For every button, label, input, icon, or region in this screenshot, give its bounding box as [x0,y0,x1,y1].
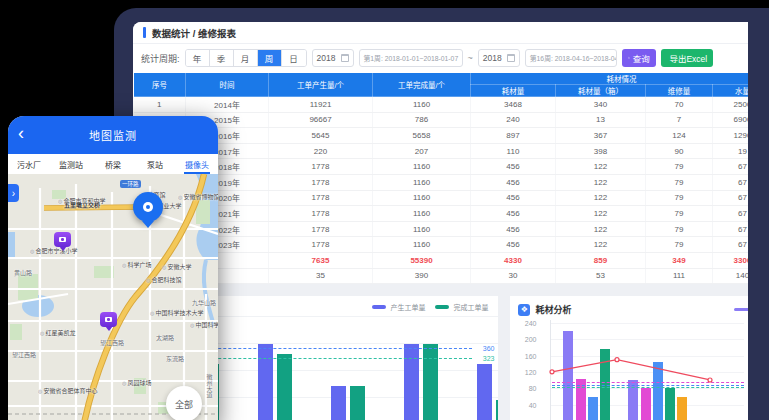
period-option-季[interactable]: 季 [210,50,234,66]
tab-桥梁[interactable]: 桥梁 [92,154,134,174]
period-option-日[interactable]: 日 [282,50,306,66]
camera-pin-icon[interactable] [100,312,117,327]
reference-line-label: 323 [483,355,495,362]
legend-swatch [372,305,386,309]
table-cell: 122 [556,237,646,253]
map-label: 东流路 [166,356,184,363]
table-row[interactable]: 82021年177811604561227967 [134,206,749,222]
column-header: 工单产生量/个 [269,73,373,97]
period-option-周[interactable]: 周 [258,50,282,66]
back-icon[interactable]: ‹ [18,124,24,142]
camera-lens-icon [105,317,112,322]
tab-摄像头[interactable]: 摄像头 [176,154,218,174]
table-cell: 1160 [373,221,471,237]
legend-item: 产生工单量 [372,302,425,312]
total-cell: 349 [646,252,713,268]
table-cell: 207 [373,143,471,159]
bar [588,397,598,420]
map-label: 安徽省合肥体育中心 [38,388,97,395]
map-label: 五里墩立交桥 [64,202,100,209]
table-row[interactable]: 12014年1192111603468340702500 [134,97,749,113]
table-row[interactable]: 62019年177811604561227967 [134,174,749,190]
average-cell: 30 [471,268,556,284]
consumables-analysis-chart: ❖耗材分析2402001601208040 [510,296,748,420]
table-row[interactable]: 102023年177811604561227967 [134,237,749,253]
table-cell: 67 [713,237,749,253]
table-row[interactable]: 52018年177811604561227967 [134,159,749,175]
map-label: 红星美凯龙 [40,330,75,337]
period-option-年[interactable]: 年 [186,50,210,66]
period-option-月[interactable]: 月 [234,50,258,66]
table-cell: 13 [556,112,646,128]
table-cell: 1160 [373,190,471,206]
total-row: 合计76355539043308593493300 [134,252,749,268]
chart-title-icon: ❖ [518,304,530,316]
dashboard-card: 数据统计 / 维修报表 统计周期: 年季月周日 2018 第1周: 2018-0… [133,22,748,420]
table-cell: 67 [713,221,749,237]
chart-gridline [550,372,744,373]
table-cell: 1290 [713,128,749,144]
breadcrumb-bar: 数据统计 / 维修报表 [133,22,748,44]
bar [628,380,638,420]
table-cell: 240 [471,112,556,128]
table-cell: 19 [713,143,749,159]
table-cell: 124 [646,128,713,144]
map-label: 望江西路 [100,340,124,347]
bar-产生工单量 [404,344,419,420]
phone-header: ‹ 地图监测 [8,116,218,154]
bar-产生工单量 [331,386,346,420]
map-view[interactable]: 一环路 › 全部 合肥市育和中学体育馆安徽农业大学安徽省博物馆五里墩立交桥合肥市… [8,174,218,420]
table-cell: 6900 [713,112,749,128]
camera-pin-icon[interactable] [54,232,71,247]
y-axis-tick: 80 [510,385,536,392]
year-start-select[interactable]: 2018 [312,49,354,67]
chart-title-text: 耗材分析 [535,303,571,316]
map-label: 合肥科技馆 [146,277,181,284]
screenshot-root: 数据统计 / 维修报表 统计周期: 年季月周日 2018 第1周: 2018-0… [0,0,769,420]
export-excel-button[interactable]: 导出Excel [661,49,713,67]
table-cell: 67 [713,206,749,222]
table-cell: 79 [646,237,713,253]
week-range-end[interactable]: 第16周: 2018-04-16~2018-04-22 [525,49,617,67]
week-range-start[interactable]: 第1周: 2018-01-01~2018-01-07 [359,49,463,67]
table-cell: 79 [646,190,713,206]
breadcrumb: 数据统计 / 维修报表 [152,26,236,40]
table-row[interactable]: 72020年177811604561227967 [134,190,749,206]
column-header: 工单完成量/个 [373,73,471,97]
chart-gridline [550,339,744,340]
year-end-select[interactable]: 2018 [478,49,520,67]
week-range-end-text: 第16周: 2018-04-16~2018-04-22 [530,53,617,63]
average-cell: 35 [269,268,373,284]
table-cell: 1160 [373,159,471,175]
map-expand-button[interactable]: › [8,184,19,202]
table-cell: 1778 [269,237,373,253]
table-cell: 1778 [269,190,373,206]
calendar-icon [507,54,515,62]
year-end-value: 2018 [483,53,502,63]
map-label: 凤园球场 [122,380,151,387]
table-row[interactable]: 32016年564556588973671241290 [134,128,749,144]
tab-监测站[interactable]: 监测站 [50,154,92,174]
table-cell: 79 [646,159,713,175]
all-filter-button[interactable]: 全部 [166,386,202,420]
tab-污水厂[interactable]: 污水厂 [8,154,50,174]
query-button[interactable]: 查询 [622,49,656,67]
table-cell: 70 [646,97,713,113]
chart-title: ❖耗材分析 [518,303,571,316]
table-cell: 1778 [269,159,373,175]
total-cell: 4330 [471,252,556,268]
table-cell: 1160 [373,174,471,190]
table-row[interactable]: 42017年2202071103989019 [134,143,749,159]
table-cell: 122 [556,221,646,237]
selected-camera-pin-icon[interactable] [133,192,163,222]
bar-产生工单量 [258,344,273,420]
legend-label: 产生工单量 [390,302,425,312]
all-button-label: 全部 [175,398,193,411]
table-row[interactable]: 22015年966677862401376900 [134,112,749,128]
tab-泵站[interactable]: 泵站 [134,154,176,174]
reference-line [552,385,744,386]
table-row[interactable]: 92022年177811604561227967 [134,221,749,237]
average-cell: 53 [556,268,646,284]
y-axis-tick: 160 [510,352,536,359]
column-header: 时间 [186,73,269,97]
